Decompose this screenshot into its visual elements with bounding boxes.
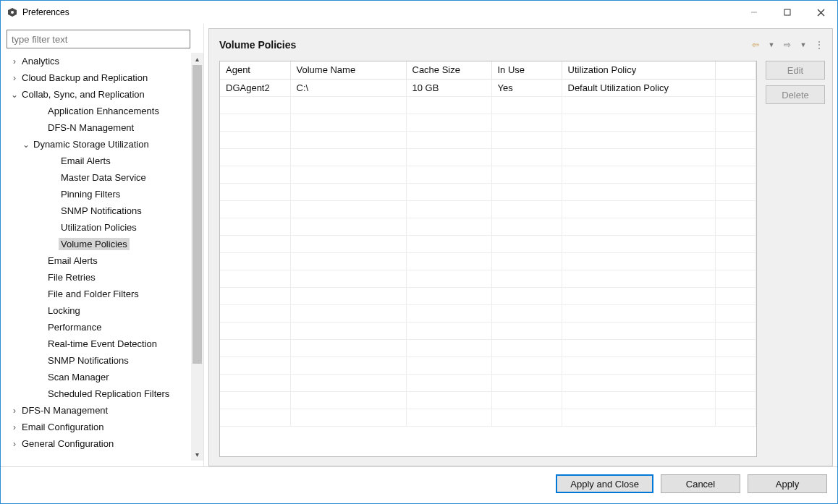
col-volume[interactable]: Volume Name: [290, 61, 406, 79]
tree-item-file-retries[interactable]: File Retries: [7, 269, 190, 286]
table-row[interactable]: DGAgent2 C:\ 10 GB Yes Default Utilizati…: [220, 79, 756, 96]
cancel-button[interactable]: Cancel: [661, 474, 740, 493]
table-row[interactable]: [220, 304, 756, 322]
back-history-dropdown[interactable]: ▼: [766, 39, 777, 51]
volume-policies-table[interactable]: Agent Volume Name Cache Size In Use Util…: [219, 61, 757, 457]
tree-item-master-data[interactable]: Master Data Service: [7, 169, 190, 186]
chevron-right-icon[interactable]: ›: [9, 73, 20, 83]
filter-input[interactable]: [7, 30, 190, 48]
col-spacer: [715, 61, 756, 79]
window-title: Preferences: [22, 7, 69, 17]
tree-item-snmp-b[interactable]: SNMP Notifications: [7, 352, 190, 369]
table-row[interactable]: [220, 183, 756, 200]
table-row[interactable]: [220, 252, 756, 270]
forward-icon[interactable]: ⇨: [782, 39, 793, 51]
chevron-down-icon[interactable]: ⌄: [9, 90, 20, 100]
tree-item-volume-policies[interactable]: Volume Policies: [7, 236, 190, 252]
table-row[interactable]: [220, 131, 756, 148]
svg-rect-3: [784, 9, 790, 15]
titlebar: Preferences: [1, 1, 837, 24]
page-title: Volume Policies: [219, 39, 296, 51]
cell-volume: C:\: [290, 79, 406, 96]
chevron-down-icon[interactable]: ⌄: [21, 140, 31, 150]
maximize-button[interactable]: [771, 1, 804, 23]
cell-policy: Default Utilization Policy: [562, 79, 715, 96]
tree-item-snmp-a[interactable]: SNMP Notifications: [7, 202, 190, 219]
table-row[interactable]: [220, 374, 756, 391]
delete-button[interactable]: Delete: [766, 85, 825, 104]
forward-history-dropdown[interactable]: ▼: [797, 39, 809, 51]
table-row[interactable]: [220, 287, 756, 304]
dialog-footer: Apply and Close Cancel Apply: [1, 466, 837, 503]
col-inuse[interactable]: In Use: [491, 61, 562, 79]
tree-scrollbar[interactable]: ▴ ▾: [191, 53, 203, 461]
tree-item-rted[interactable]: Real-time Event Detection: [7, 336, 190, 352]
col-policy[interactable]: Utilization Policy: [562, 61, 715, 79]
cell-inuse: Yes: [491, 79, 562, 96]
table-row[interactable]: [220, 409, 756, 426]
cell-agent: DGAgent2: [220, 79, 290, 96]
apply-button[interactable]: Apply: [748, 474, 827, 493]
tree-item-cloud-backup[interactable]: ›Cloud Backup and Replication: [7, 69, 190, 86]
tree-item-dsu[interactable]: ⌄Dynamic Storage Utilization: [7, 136, 190, 153]
content-panel: Volume Policies ⇦ ▼ ⇨ ▼ ⋮: [208, 28, 833, 466]
preferences-tree[interactable]: ›Analytics ›Cloud Backup and Replication…: [7, 53, 190, 461]
app-icon: [7, 7, 18, 18]
tree-item-analytics[interactable]: ›Analytics: [7, 53, 190, 69]
tree-item-email-alerts-a[interactable]: Email Alerts: [7, 153, 190, 169]
col-cache[interactable]: Cache Size: [406, 61, 491, 79]
tree-item-app-enhancements[interactable]: Application Enhancements: [7, 103, 190, 119]
svg-point-1: [11, 11, 14, 14]
tree-item-file-folder-filters[interactable]: File and Folder Filters: [7, 286, 190, 302]
tree-item-pinning[interactable]: Pinning Filters: [7, 186, 190, 202]
preferences-window: Preferences ›Analytics ›Cloud Backup and…: [0, 0, 838, 504]
table-row[interactable]: [220, 114, 756, 131]
table-row[interactable]: [220, 96, 756, 114]
chevron-right-icon[interactable]: ›: [9, 422, 20, 432]
apply-and-close-button[interactable]: Apply and Close: [556, 474, 653, 493]
table-row[interactable]: [220, 218, 756, 235]
tree-item-scan-manager[interactable]: Scan Manager: [7, 369, 190, 385]
tree-item-collab[interactable]: ⌄Collab, Sync, and Replication: [7, 86, 190, 103]
tree-item-locking[interactable]: Locking: [7, 302, 190, 319]
tree-item-dfsn-a[interactable]: DFS-N Management: [7, 119, 190, 136]
table-row[interactable]: [220, 166, 756, 183]
tree-item-email-config[interactable]: ›Email Configuration: [7, 419, 190, 435]
col-agent[interactable]: Agent: [220, 61, 290, 79]
chevron-right-icon[interactable]: ›: [9, 406, 20, 416]
chevron-right-icon[interactable]: ›: [9, 439, 20, 449]
table-row[interactable]: [220, 322, 756, 339]
sidebar: ›Analytics ›Cloud Backup and Replication…: [1, 24, 204, 466]
scroll-down-icon[interactable]: ▾: [191, 448, 203, 461]
close-button[interactable]: [804, 1, 837, 23]
table-row[interactable]: [220, 339, 756, 356]
table-row[interactable]: [220, 270, 756, 287]
chevron-right-icon[interactable]: ›: [9, 56, 20, 67]
table-row[interactable]: [220, 391, 756, 409]
table-row[interactable]: [220, 235, 756, 252]
tree-item-srf[interactable]: Scheduled Replication Filters: [7, 385, 190, 402]
cell-cache: 10 GB: [406, 79, 491, 96]
scroll-up-icon[interactable]: ▴: [191, 53, 203, 65]
minimize-button[interactable]: [737, 1, 771, 23]
tree-item-performance[interactable]: Performance: [7, 319, 190, 336]
tree-item-dfsn-b[interactable]: ›DFS-N Management: [7, 402, 190, 419]
edit-button[interactable]: Edit: [766, 61, 825, 80]
table-header-row: Agent Volume Name Cache Size In Use Util…: [220, 61, 756, 79]
tree-item-util-policies[interactable]: Utilization Policies: [7, 219, 190, 236]
table-row[interactable]: [220, 356, 756, 374]
table-row[interactable]: [220, 148, 756, 166]
back-icon[interactable]: ⇦: [750, 39, 761, 51]
table-row[interactable]: [220, 200, 756, 218]
tree-item-general-config[interactable]: ›General Configuration: [7, 435, 190, 452]
scroll-thumb[interactable]: [192, 65, 202, 364]
tree-item-email-alerts-b[interactable]: Email Alerts: [7, 252, 190, 269]
menu-icon[interactable]: ⋮: [813, 39, 825, 51]
